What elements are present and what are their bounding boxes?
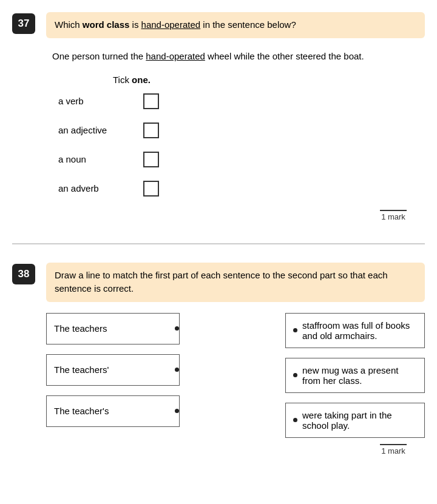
option-noun: a noun <box>58 152 425 167</box>
option-adverb-label: an adverb <box>58 183 131 193</box>
option-adverb: an adverb <box>58 181 425 197</box>
left-dot-1 <box>175 368 179 372</box>
question-38-content: Draw a line to match the first part of e… <box>46 263 425 459</box>
question-37: 37 Which word class is hand-operated in … <box>0 12 437 225</box>
question-38: 38 Draw a line to match the first part o… <box>0 263 437 459</box>
right-dot-0 <box>293 328 297 332</box>
question-37-sentence: One person turned the hand-operated whee… <box>46 49 425 64</box>
mark-row-38: 1 mark <box>46 444 425 455</box>
match-left-column: The teachers The teachers' The teacher's <box>46 313 180 427</box>
match-left-item-1: The teachers' <box>46 354 180 386</box>
match-right-column: staffroom was full of books and old armc… <box>285 313 425 438</box>
option-verb: a verb <box>58 93 425 109</box>
mark-line-37 <box>380 210 407 211</box>
left-dot-0 <box>175 326 179 331</box>
mark-line-38 <box>380 444 407 445</box>
option-adjective-label: an adjective <box>58 125 131 135</box>
left-dot-2 <box>175 409 179 413</box>
tick-box-adjective[interactable] <box>143 123 159 138</box>
match-left-item-0: The teachers <box>46 313 180 344</box>
option-adjective: an adjective <box>58 123 425 138</box>
question-number-38: 38 <box>12 264 35 284</box>
right-dot-2 <box>293 418 297 422</box>
tick-box-verb[interactable] <box>143 93 159 109</box>
mark-label-37: 1 mark <box>380 210 407 221</box>
match-layout: The teachers The teachers' The teacher's <box>46 313 425 438</box>
right-dot-1 <box>293 373 297 377</box>
mark-row-37: 1 mark <box>46 210 425 221</box>
option-noun-label: a noun <box>58 154 131 164</box>
tick-instruction: Tick one. <box>46 75 425 85</box>
tick-box-noun[interactable] <box>143 152 159 167</box>
match-right-item-2: were taking part in the school play. <box>285 403 425 438</box>
question-37-header: Which word class is hand-operated in the… <box>46 12 425 38</box>
match-right-item-1: new mug was a present from her class. <box>285 358 425 393</box>
question-number-37: 37 <box>12 13 35 34</box>
option-verb-label: a verb <box>58 96 131 106</box>
tick-box-adverb[interactable] <box>143 181 159 197</box>
match-right-item-0: staffroom was full of books and old armc… <box>285 313 425 348</box>
tick-options: a verb an adjective a noun an adverb <box>46 93 425 197</box>
question-37-content: Which word class is hand-operated in the… <box>46 12 425 225</box>
mark-label-38: 1 mark <box>380 444 407 455</box>
question-38-header: Draw a line to match the first part of e… <box>46 263 425 302</box>
section-divider <box>12 243 425 244</box>
match-left-item-2: The teacher's <box>46 395 180 427</box>
